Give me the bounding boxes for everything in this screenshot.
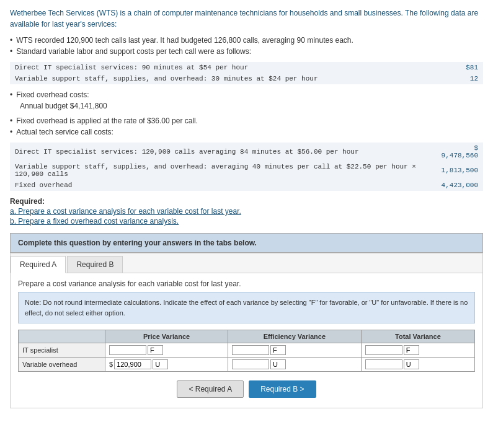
actual-cost-desc-2: Variable support staff, supplies, and ov… [10,161,429,180]
actual-cost-val-3: 4,423,000 [429,180,483,191]
required-b: b. Prepare a fixed overhead cost varianc… [10,217,483,226]
table-row: Direct IT specialist services: 120,900 c… [10,143,483,161]
std-cost-desc-1: Direct IT specialist services: 90 minute… [10,62,451,73]
tab-a-description: Prepare a cost variance analysis for eac… [18,279,475,288]
tab-required-b[interactable]: Required B [67,256,123,273]
col-header-label [19,330,105,343]
efficiency-effect-vo-input[interactable] [270,359,286,369]
table-row: Variable support staff, supplies, and ov… [10,73,483,84]
efficiency-variance-vo-input[interactable] [232,359,269,369]
total-variance-vo-input[interactable] [365,359,402,369]
row-label-it: IT specialist [19,343,105,358]
std-cost-desc-2: Variable support staff, supplies, and ov… [10,73,451,84]
price-effect-it-input[interactable] [148,345,163,355]
complete-box: Complete this question by entering your … [10,233,483,253]
price-effect-vo-input[interactable] [153,359,168,369]
col-header-price: Price Variance [105,330,228,343]
actual-cost-val-1: $ 9,478,560 [429,143,483,161]
actual-costs-bullet-text: Actual tech service call costs: [16,128,113,136]
fixed-overhead-label: Fixed overhead costs: [16,90,89,99]
intro-text: Wetherbee Tech Services (WTS) is a chain… [10,7,483,30]
actual-cost-desc-1: Direct IT specialist services: 120,900 c… [10,143,429,161]
bullet-1-text: WTS recorded 120,900 tech calls last yea… [16,36,353,45]
required-a: a. Prepare a cost variance analysis for … [10,207,483,216]
row-label-var-overhead: Variable overhead [19,358,105,372]
prev-button[interactable]: < Required A [177,380,244,398]
actual-cost-val-2: 1,813,500 [429,161,483,180]
std-cost-val-2: 12 [451,73,483,84]
price-variance-it-input[interactable] [109,345,146,355]
variance-table: Price Variance Efficiency Variance Total… [18,330,475,372]
total-variance-it[interactable] [361,343,474,358]
tab-a-content: Prepare a cost variance analysis for eac… [11,273,482,408]
required-label: Required: [10,197,483,206]
total-variance-vo[interactable] [361,358,474,372]
applied-bullet-text: Fixed overhead is applied at the rate of… [16,116,198,125]
total-effect-vo-input[interactable] [404,359,419,369]
standard-costs-table: Direct IT specialist services: 90 minute… [10,62,483,84]
tabs-container: Required A Required B Prepare a cost var… [10,253,483,408]
actual-cost-desc-3: Fixed overhead [10,180,429,191]
dollar-sign: $ [109,361,113,368]
annual-budget: Annual budget $4,141,800 [20,102,483,110]
efficiency-effect-it-input[interactable] [270,345,286,355]
nav-buttons: < Required A Required B > [18,380,475,402]
price-variance-vo-input[interactable] [114,359,151,369]
efficiency-variance-it-input[interactable] [232,345,269,355]
table-row: Fixed overhead 4,423,000 [10,180,483,191]
price-variance-it[interactable] [105,343,228,358]
bullet-2-text: Standard variable labor and support cost… [16,47,251,56]
tabs-header: Required A Required B [11,253,482,273]
col-header-total: Total Variance [361,330,474,343]
table-row: IT specialist [19,343,475,358]
next-button[interactable]: Required B > [249,380,316,398]
total-effect-it-input[interactable] [404,345,419,355]
efficiency-variance-it[interactable] [228,343,362,358]
price-variance-vo[interactable]: $ [105,358,228,372]
efficiency-variance-vo[interactable] [228,358,362,372]
table-row: Variable overhead $ [19,358,475,372]
std-cost-val-1: $81 [451,62,483,73]
note-box: Note: Do not round intermediate calculat… [18,292,475,323]
tab-required-a[interactable]: Required A [11,256,66,273]
variance-table-header-row: Price Variance Efficiency Variance Total… [19,330,475,343]
table-row: Direct IT specialist services: 90 minute… [10,62,483,73]
total-variance-it-input[interactable] [365,345,402,355]
col-header-efficiency: Efficiency Variance [228,330,362,343]
actual-costs-table: Direct IT specialist services: 120,900 c… [10,143,483,191]
table-row: Variable support staff, supplies, and ov… [10,161,483,180]
